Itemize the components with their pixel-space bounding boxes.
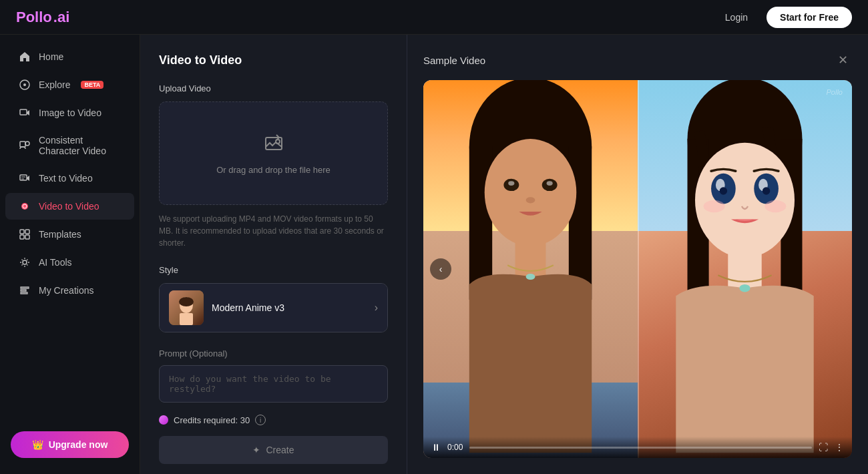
pause-button[interactable]: ⏸: [431, 442, 441, 453]
image-video-icon: [19, 107, 31, 119]
svg-point-43: [739, 284, 750, 292]
svg-point-1: [23, 83, 26, 86]
progress-bar[interactable]: [469, 447, 812, 449]
controls-right: ⛶ ⋮: [819, 442, 844, 453]
sample-header: Sample Video ✕: [423, 51, 852, 69]
main-layout: Home Explore BETA Image to Video Consist…: [0, 35, 868, 474]
svg-point-29: [526, 274, 535, 280]
sidebar-item-video-to-video[interactable]: Video to Video: [5, 193, 134, 220]
svg-rect-8: [20, 230, 24, 234]
upload-drag-text: Or drag and drop the file here: [216, 165, 331, 175]
logo: Pollo.ai: [16, 9, 69, 26]
sidebar-item-explore[interactable]: Explore BETA: [5, 71, 134, 98]
svg-point-12: [23, 260, 27, 264]
credits-icon: [159, 415, 168, 425]
svg-rect-11: [25, 235, 29, 239]
svg-point-39: [763, 187, 770, 194]
logo-text: Pollo: [16, 9, 52, 26]
create-button[interactable]: ✦ Create: [159, 436, 388, 464]
watermark: Pollo: [827, 88, 843, 96]
sidebar-label-templates: Templates: [39, 229, 81, 240]
sample-title: Sample Video: [423, 55, 485, 66]
prompt-input[interactable]: [159, 365, 388, 403]
info-icon[interactable]: i: [255, 415, 266, 425]
svg-rect-3: [20, 142, 25, 147]
sidebar-item-text-to-video[interactable]: Text to Video: [5, 165, 134, 192]
upgrade-label: Upgrade now: [49, 439, 108, 450]
sidebar-item-ai-tools[interactable]: AI Tools: [5, 249, 134, 276]
svg-point-22: [485, 139, 577, 246]
sidebar-label-my-creations: My Creations: [39, 285, 93, 296]
chevron-right-icon: ›: [375, 302, 378, 314]
sidebar-label-home: Home: [39, 51, 63, 62]
style-selector[interactable]: Modern Anime v3 ›: [159, 283, 388, 332]
credits-row: Credits required: 30 i: [159, 415, 388, 425]
explore-icon: [19, 79, 31, 91]
svg-point-41: [765, 200, 786, 212]
upgrade-button[interactable]: 👑 Upgrade now: [11, 431, 129, 458]
sidebar-item-templates[interactable]: Templates: [5, 221, 134, 248]
svg-point-40: [704, 200, 725, 212]
sidebar-label-video-to-video: Video to Video: [39, 201, 99, 212]
header-right: Login Start for Free: [717, 7, 852, 28]
upload-icon: [263, 132, 284, 158]
svg-rect-2: [20, 109, 27, 115]
prompt-label: Prompt (Optional): [159, 348, 388, 359]
more-options-icon[interactable]: ⋮: [835, 442, 844, 453]
upload-section-label: Upload Video: [159, 83, 388, 93]
sidebar-item-home[interactable]: Home: [5, 43, 134, 70]
video-video-icon: [19, 200, 31, 212]
character-icon: [19, 140, 31, 152]
video-controls: ⏸ 0:00 ⛶ ⋮: [423, 437, 852, 458]
start-free-button[interactable]: Start for Free: [767, 7, 852, 28]
prompt-optional: (Optional): [190, 348, 228, 359]
ai-tools-icon: [19, 256, 31, 268]
close-button[interactable]: ✕: [833, 51, 852, 69]
sidebar-label-explore: Explore: [39, 79, 70, 90]
style-section-label: Style: [159, 265, 388, 275]
sidebar-bottom: 👑 Upgrade now: [0, 423, 140, 466]
svg-point-17: [179, 297, 194, 306]
video-container: Pollo ‹ ⏸ 0:00 ⛶ ⋮: [423, 80, 852, 458]
credits-label: Credits required: 30: [174, 415, 250, 425]
fullscreen-icon[interactable]: ⛶: [819, 442, 828, 453]
video-split: Pollo ‹ ⏸ 0:00 ⛶ ⋮: [423, 80, 852, 458]
sidebar: Home Explore BETA Image to Video Consist…: [0, 35, 140, 474]
svg-rect-9: [25, 230, 29, 234]
creations-icon: [19, 284, 31, 296]
svg-point-4: [25, 142, 29, 146]
svg-point-25: [508, 181, 514, 186]
crown-icon: 👑: [32, 439, 43, 450]
beta-badge: BETA: [81, 81, 103, 89]
logo-suffix: .ai: [53, 9, 69, 26]
content-area: Video to Video Upload Video Or drag and …: [140, 35, 868, 474]
sidebar-item-consistent-character[interactable]: Consistent Character Video: [5, 128, 134, 164]
time-display: 0:00: [447, 443, 463, 452]
video-divider: [638, 80, 639, 458]
sidebar-label-consistent: Consistent Character Video: [39, 135, 121, 156]
right-panel: Sample Video ✕: [407, 35, 868, 474]
video-left-half: [423, 80, 638, 458]
panel-title: Video to Video: [159, 53, 388, 67]
svg-rect-5: [20, 175, 27, 180]
svg-rect-18: [180, 313, 193, 325]
sparkle-icon: ✦: [252, 445, 260, 455]
sidebar-label-ai-tools: AI Tools: [39, 257, 72, 268]
style-name: Modern Anime v3: [212, 302, 367, 313]
prev-arrow-button[interactable]: ‹: [430, 258, 451, 280]
sidebar-label-image-to-video: Image to Video: [39, 107, 101, 118]
header: Pollo.ai Login Start for Free: [0, 0, 868, 35]
svg-point-26: [547, 181, 553, 186]
svg-rect-10: [20, 235, 24, 239]
style-thumbnail: [169, 290, 204, 325]
sidebar-item-my-creations[interactable]: My Creations: [5, 277, 134, 304]
video-right-half: [638, 80, 852, 458]
login-button[interactable]: Login: [717, 7, 756, 28]
style-item: Modern Anime v3 ›: [160, 284, 387, 332]
sidebar-item-image-to-video[interactable]: Image to Video: [5, 99, 134, 126]
text-video-icon: [19, 172, 31, 184]
svg-point-27: [526, 197, 535, 203]
templates-icon: [19, 228, 31, 240]
upload-hint: We support uploading MP4 and MOV video f…: [159, 213, 388, 249]
upload-area[interactable]: Or drag and drop the file here: [159, 101, 388, 205]
